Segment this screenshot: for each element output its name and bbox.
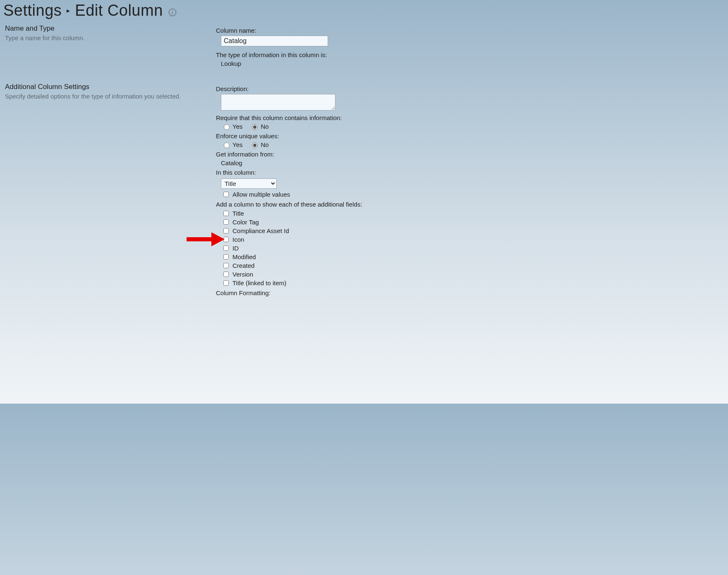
column-type-label: The type of information in this column i… <box>216 51 725 58</box>
unique-yes-label[interactable]: Yes <box>222 141 242 148</box>
info-icon[interactable]: i <box>169 9 176 16</box>
require-yes-radio[interactable] <box>224 124 230 130</box>
require-yes-text: Yes <box>232 123 242 130</box>
section2-desc: Specify detailed options for the type of… <box>5 93 216 100</box>
description-input[interactable] <box>221 94 335 111</box>
field-label: ID <box>232 245 239 252</box>
field-label: Compliance Asset Id <box>232 227 289 234</box>
field-label: Title <box>232 210 244 217</box>
field-checkbox[interactable] <box>223 228 229 233</box>
allow-multiple-label: Allow multiple values <box>232 191 290 198</box>
svg-rect-0 <box>187 237 212 241</box>
column-name-input[interactable] <box>221 36 328 46</box>
column-type-value: Lookup <box>221 60 725 67</box>
unique-no-radio[interactable] <box>252 142 258 148</box>
field-row: Version <box>222 270 725 278</box>
column-name-label: Column name: <box>216 27 725 34</box>
field-checkbox[interactable] <box>223 237 229 242</box>
section1-desc: Type a name for this column. <box>5 34 216 41</box>
require-no-radio[interactable] <box>252 124 258 130</box>
field-row: Icon <box>222 236 725 243</box>
field-row: Compliance Asset Id <box>222 227 725 235</box>
section1-heading: Name and Type <box>5 24 216 33</box>
field-checkbox[interactable] <box>223 219 229 225</box>
field-row: Modified <box>222 253 725 261</box>
unique-yes-radio[interactable] <box>224 142 230 148</box>
require-no-label[interactable]: No <box>250 123 268 130</box>
field-row: Created <box>222 262 725 269</box>
field-checkbox[interactable] <box>223 254 229 260</box>
section2-heading: Additional Column Settings <box>5 83 216 91</box>
breadcrumb-sep-icon: ▸ <box>67 7 70 14</box>
require-no-text: No <box>261 123 268 130</box>
breadcrumb-settings-link[interactable]: Settings <box>3 2 62 19</box>
field-label: Color Tag <box>232 219 259 226</box>
field-row: ID <box>222 244 725 252</box>
column-formatting-label: Column Formatting: <box>216 289 725 296</box>
field-checkbox[interactable] <box>223 263 229 268</box>
require-yes-label[interactable]: Yes <box>222 123 242 130</box>
field-label: Modified <box>232 253 256 260</box>
breadcrumb: Settings ▸ Edit Column i <box>3 0 725 23</box>
field-checkbox[interactable] <box>223 245 229 251</box>
field-label: Created <box>232 262 254 269</box>
field-row: Title <box>222 209 725 217</box>
description-label: Description: <box>216 85 725 92</box>
section-additional-settings: Additional Column Settings Specify detai… <box>3 81 725 301</box>
page-title: Edit Column <box>75 2 163 19</box>
additional-fields-list: TitleColor TagCompliance Asset IdIconIDM… <box>222 209 725 287</box>
unique-yes-text: Yes <box>232 141 242 148</box>
field-row: Title (linked to item) <box>222 279 725 287</box>
unique-no-text: No <box>261 141 268 148</box>
field-checkbox[interactable] <box>223 280 229 286</box>
field-label: Version <box>232 271 253 278</box>
info-from-value: Catalog <box>221 159 725 166</box>
unique-label: Enforce unique values: <box>216 132 725 140</box>
field-label: Icon <box>232 236 244 243</box>
allow-multiple-checkbox[interactable] <box>223 192 229 197</box>
field-checkbox[interactable] <box>223 272 229 277</box>
field-checkbox[interactable] <box>223 211 229 216</box>
info-from-label: Get information from: <box>216 151 725 158</box>
in-column-select[interactable]: Title <box>221 178 277 189</box>
require-label: Require that this column contains inform… <box>216 114 725 121</box>
section-name-type: Name and Type Type a name for this colum… <box>3 23 725 70</box>
field-label: Title (linked to item) <box>232 279 286 286</box>
unique-no-label[interactable]: No <box>250 141 268 148</box>
in-column-label: In this column: <box>216 169 725 176</box>
field-row: Color Tag <box>222 218 725 226</box>
add-fields-label: Add a column to show each of these addit… <box>216 201 725 208</box>
